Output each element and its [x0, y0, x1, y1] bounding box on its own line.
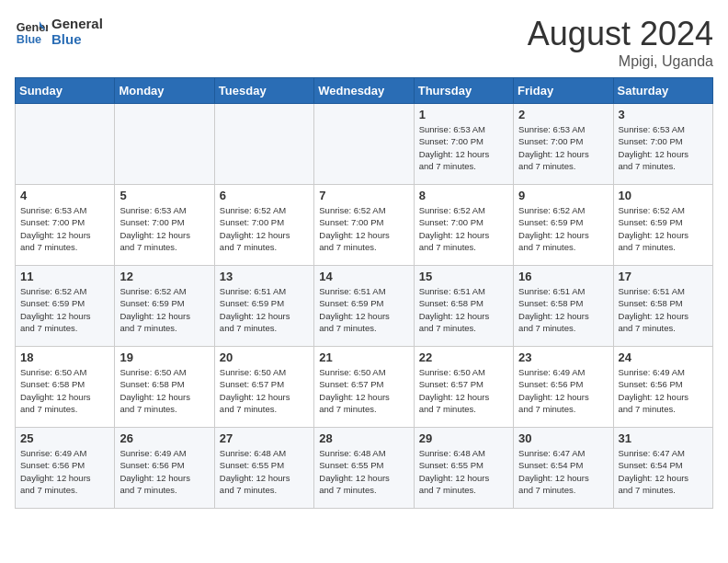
calendar-cell: 20Sunrise: 6:50 AM Sunset: 6:57 PM Dayli…: [214, 347, 313, 428]
title-block: August 2024 Mpigi, Uganda: [528, 15, 713, 70]
day-number: 24: [619, 350, 708, 364]
day-info: Sunrise: 6:50 AM Sunset: 6:58 PM Dayligh…: [20, 366, 109, 415]
day-info: Sunrise: 6:52 AM Sunset: 6:59 PM Dayligh…: [20, 285, 109, 334]
day-number: 4: [20, 189, 109, 202]
day-number: 18: [20, 350, 109, 364]
calendar-cell: 23Sunrise: 6:49 AM Sunset: 6:56 PM Dayli…: [514, 347, 613, 428]
day-info: Sunrise: 6:50 AM Sunset: 6:57 PM Dayligh…: [220, 366, 309, 415]
calendar-cell: 26Sunrise: 6:49 AM Sunset: 6:56 PM Dayli…: [115, 428, 214, 509]
day-info: Sunrise: 6:51 AM Sunset: 6:58 PM Dayligh…: [518, 285, 608, 334]
day-number: 21: [319, 350, 408, 364]
day-number: 22: [419, 350, 508, 364]
calendar-cell: [314, 104, 414, 185]
day-info: Sunrise: 6:50 AM Sunset: 6:57 PM Dayligh…: [319, 366, 408, 415]
calendar-cell: 8Sunrise: 6:52 AM Sunset: 7:00 PM Daylig…: [414, 185, 513, 266]
day-number: 20: [220, 350, 309, 364]
day-info: Sunrise: 6:51 AM Sunset: 6:59 PM Dayligh…: [220, 285, 309, 334]
day-info: Sunrise: 6:53 AM Sunset: 7:00 PM Dayligh…: [119, 204, 209, 253]
day-info: Sunrise: 6:53 AM Sunset: 7:00 PM Dayligh…: [20, 204, 109, 253]
calendar-cell: 27Sunrise: 6:48 AM Sunset: 6:55 PM Dayli…: [214, 428, 313, 509]
calendar-cell: 10Sunrise: 6:52 AM Sunset: 6:59 PM Dayli…: [613, 185, 712, 266]
calendar-cell: [214, 104, 313, 185]
calendar-cell: 17Sunrise: 6:51 AM Sunset: 6:58 PM Dayli…: [613, 266, 712, 347]
day-number: 9: [518, 189, 608, 202]
calendar-cell: 5Sunrise: 6:53 AM Sunset: 7:00 PM Daylig…: [115, 185, 214, 266]
calendar-cell: 14Sunrise: 6:51 AM Sunset: 6:59 PM Dayli…: [314, 266, 414, 347]
logo-icon: General Blue: [15, 15, 48, 48]
day-number: 1: [419, 108, 508, 121]
weekday-header: Monday: [115, 78, 214, 104]
calendar-cell: 25Sunrise: 6:49 AM Sunset: 6:56 PM Dayli…: [16, 428, 115, 509]
day-info: Sunrise: 6:48 AM Sunset: 6:55 PM Dayligh…: [319, 447, 408, 496]
day-number: 28: [319, 431, 408, 445]
day-number: 11: [20, 270, 109, 283]
day-number: 27: [220, 431, 309, 445]
day-info: Sunrise: 6:53 AM Sunset: 7:00 PM Dayligh…: [619, 123, 708, 172]
weekday-header: Wednesday: [314, 78, 414, 104]
day-number: 30: [518, 431, 608, 445]
day-info: Sunrise: 6:49 AM Sunset: 6:56 PM Dayligh…: [119, 447, 209, 496]
weekday-header: Friday: [514, 78, 613, 104]
day-number: 6: [220, 189, 309, 202]
day-info: Sunrise: 6:48 AM Sunset: 6:55 PM Dayligh…: [419, 447, 508, 496]
calendar-cell: [16, 104, 115, 185]
day-number: 5: [119, 189, 209, 202]
calendar-cell: 21Sunrise: 6:50 AM Sunset: 6:57 PM Dayli…: [314, 347, 414, 428]
day-number: 23: [518, 350, 608, 364]
day-info: Sunrise: 6:52 AM Sunset: 7:00 PM Dayligh…: [220, 204, 309, 253]
day-info: Sunrise: 6:52 AM Sunset: 7:00 PM Dayligh…: [419, 204, 508, 253]
page-header: General Blue General Blue August 2024 Mp…: [15, 15, 713, 70]
weekday-header: Thursday: [414, 78, 513, 104]
day-number: 26: [119, 431, 209, 445]
calendar-cell: 3Sunrise: 6:53 AM Sunset: 7:00 PM Daylig…: [613, 104, 712, 185]
day-number: 17: [619, 270, 708, 283]
calendar-cell: 22Sunrise: 6:50 AM Sunset: 6:57 PM Dayli…: [414, 347, 513, 428]
day-info: Sunrise: 6:52 AM Sunset: 7:00 PM Dayligh…: [319, 204, 408, 253]
day-number: 10: [619, 189, 708, 202]
day-info: Sunrise: 6:53 AM Sunset: 7:00 PM Dayligh…: [419, 123, 508, 172]
weekday-header: Saturday: [613, 78, 712, 104]
day-info: Sunrise: 6:51 AM Sunset: 6:58 PM Dayligh…: [419, 285, 508, 334]
day-number: 13: [220, 270, 309, 283]
calendar-cell: 13Sunrise: 6:51 AM Sunset: 6:59 PM Dayli…: [214, 266, 313, 347]
day-info: Sunrise: 6:53 AM Sunset: 7:00 PM Dayligh…: [518, 123, 608, 172]
calendar-cell: 15Sunrise: 6:51 AM Sunset: 6:58 PM Dayli…: [414, 266, 513, 347]
day-number: 2: [518, 108, 608, 121]
calendar-cell: 9Sunrise: 6:52 AM Sunset: 6:59 PM Daylig…: [514, 185, 613, 266]
calendar-cell: 29Sunrise: 6:48 AM Sunset: 6:55 PM Dayli…: [414, 428, 513, 509]
calendar-table: SundayMondayTuesdayWednesdayThursdayFrid…: [15, 77, 713, 509]
calendar-cell: 6Sunrise: 6:52 AM Sunset: 7:00 PM Daylig…: [214, 185, 313, 266]
svg-text:Blue: Blue: [17, 33, 41, 46]
day-number: 29: [419, 431, 508, 445]
day-number: 8: [419, 189, 508, 202]
day-info: Sunrise: 6:50 AM Sunset: 6:57 PM Dayligh…: [419, 366, 508, 415]
day-info: Sunrise: 6:49 AM Sunset: 6:56 PM Dayligh…: [518, 366, 608, 415]
day-number: 16: [518, 270, 608, 283]
day-number: 12: [119, 270, 209, 283]
calendar-cell: 24Sunrise: 6:49 AM Sunset: 6:56 PM Dayli…: [613, 347, 712, 428]
calendar-cell: 2Sunrise: 6:53 AM Sunset: 7:00 PM Daylig…: [514, 104, 613, 185]
day-number: 31: [619, 431, 708, 445]
weekday-header: Tuesday: [214, 78, 313, 104]
logo-text-blue: Blue: [51, 31, 103, 47]
day-number: 19: [119, 350, 209, 364]
day-info: Sunrise: 6:48 AM Sunset: 6:55 PM Dayligh…: [220, 447, 309, 496]
day-info: Sunrise: 6:51 AM Sunset: 6:58 PM Dayligh…: [619, 285, 708, 334]
calendar-cell: 30Sunrise: 6:47 AM Sunset: 6:54 PM Dayli…: [514, 428, 613, 509]
day-info: Sunrise: 6:50 AM Sunset: 6:58 PM Dayligh…: [119, 366, 209, 415]
calendar-cell: [115, 104, 214, 185]
calendar-cell: 11Sunrise: 6:52 AM Sunset: 6:59 PM Dayli…: [16, 266, 115, 347]
day-info: Sunrise: 6:52 AM Sunset: 6:59 PM Dayligh…: [619, 204, 708, 253]
calendar-cell: 31Sunrise: 6:47 AM Sunset: 6:54 PM Dayli…: [613, 428, 712, 509]
day-number: 7: [319, 189, 408, 202]
day-info: Sunrise: 6:47 AM Sunset: 6:54 PM Dayligh…: [619, 447, 708, 496]
day-number: 3: [619, 108, 708, 121]
day-info: Sunrise: 6:52 AM Sunset: 6:59 PM Dayligh…: [119, 285, 209, 334]
calendar-cell: 7Sunrise: 6:52 AM Sunset: 7:00 PM Daylig…: [314, 185, 414, 266]
calendar-cell: 4Sunrise: 6:53 AM Sunset: 7:00 PM Daylig…: [16, 185, 115, 266]
calendar-cell: 1Sunrise: 6:53 AM Sunset: 7:00 PM Daylig…: [414, 104, 513, 185]
day-info: Sunrise: 6:47 AM Sunset: 6:54 PM Dayligh…: [518, 447, 608, 496]
calendar-cell: 16Sunrise: 6:51 AM Sunset: 6:58 PM Dayli…: [514, 266, 613, 347]
day-info: Sunrise: 6:49 AM Sunset: 6:56 PM Dayligh…: [619, 366, 708, 415]
calendar-title: August 2024: [528, 15, 713, 53]
